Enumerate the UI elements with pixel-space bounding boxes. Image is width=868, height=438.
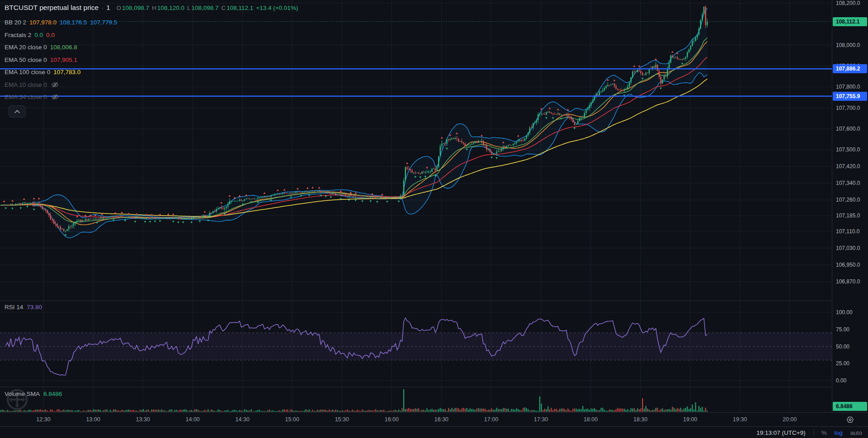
ohlc-low-key: L <box>187 5 191 11</box>
price-tick-label: 108,200.0 <box>832 0 868 7</box>
time-tick-label: 18:30 <box>633 413 647 427</box>
ohlc-close-key: C <box>222 5 226 11</box>
price-tick-label: 107,110.0 <box>832 227 868 235</box>
bottom-bar-divider <box>814 429 814 436</box>
price-tick-label: 107,700.0 <box>832 104 868 112</box>
time-tick-label: 16:00 <box>385 413 399 427</box>
price-tick-label: 107,800.0 <box>832 83 868 91</box>
legend-collapse-button[interactable] <box>9 105 26 118</box>
symbol-title-row[interactable]: BTCUSDT perpetual last price · 1 O 108,0… <box>5 4 298 16</box>
interval-separator: · <box>101 4 104 11</box>
price-tick-label: 107,185.0 <box>832 212 868 220</box>
price-tick-label: 106,870.0 <box>832 278 868 286</box>
rsi-tick-label: 100.00 <box>832 308 868 316</box>
volume-badge: 6.8486 <box>833 402 867 411</box>
time-tick-label: 17:30 <box>534 413 548 427</box>
legend-row-ema100[interactable]: EMA 100 close 0 107,783.0 <box>5 66 298 79</box>
ohlc-low-value: 108,098.7 <box>191 5 218 11</box>
time-tick-label: 15:30 <box>335 413 349 427</box>
time-tick-label: 14:30 <box>236 413 250 427</box>
price-tick-label: 107,030.0 <box>832 244 868 252</box>
price-line-badge: 107,755.9 <box>833 92 867 101</box>
visibility-off-icon[interactable] <box>51 93 59 101</box>
time-tick-label: 17:00 <box>484 413 498 427</box>
price-tick-label: 107,600.0 <box>832 125 868 133</box>
rsi-value: 73.80 <box>27 304 42 311</box>
price-change: +13.4 (+0.01%) <box>256 5 298 11</box>
legend-row-ema50[interactable]: EMA 50 close 0 107,905.1 <box>5 54 298 66</box>
legend-row-bollinger[interactable]: BB 20 2 107,978.0 108,176.5 107,779.5 <box>5 16 298 29</box>
chevron-up-icon <box>14 108 20 115</box>
ohlc-open-key: O <box>117 5 122 11</box>
price-axis[interactable]: 108,200.0108,000.0107,900.0107,800.0107,… <box>832 0 868 426</box>
rsi-tick-label: 50.00 <box>832 343 868 351</box>
rsi-tick-label: 25.00 <box>832 359 868 367</box>
rsi-tick-label: 75.00 <box>832 325 868 334</box>
ohlc-open-value: 108,098.7 <box>122 5 149 11</box>
gear-icon[interactable] <box>846 416 854 425</box>
legend: BTCUSDT perpetual last price · 1 O 108,0… <box>5 4 298 104</box>
time-tick-label: 16:30 <box>434 413 448 427</box>
time-tick-label: 12:30 <box>36 413 50 427</box>
log-scale-button[interactable]: log <box>835 429 843 436</box>
time-tick-label: 18:00 <box>584 413 598 427</box>
time-tick-label: 13:30 <box>136 413 150 427</box>
time-tick-label: 20:00 <box>783 413 797 427</box>
legend-row-ema10[interactable]: EMA 10 close 0 <box>5 79 298 91</box>
legend-row-fractals[interactable]: Fractals 2 0.0 0.0 <box>5 29 298 42</box>
price-line-badge: 107,886.2 <box>833 64 867 73</box>
time-tick-label: 15:00 <box>285 413 299 427</box>
price-tick-label: 108,000.0 <box>832 41 868 49</box>
rsi-pane-label[interactable]: RSI 14 73.80 <box>5 304 42 311</box>
volume-pane-label[interactable]: Volume SMA 6.8486 <box>5 391 62 397</box>
session-clock[interactable]: 19:13:07 (UTC+9) <box>756 429 805 436</box>
percent-scale-button[interactable]: % <box>821 429 827 436</box>
price-tick-label: 107,260.0 <box>832 196 868 204</box>
legend-row-ema34[interactable]: EMA 34 close 0 <box>5 91 298 104</box>
time-axis[interactable]: 12:3013:0013:3014:0014:3015:0015:3016:00… <box>0 412 868 427</box>
ohlc-high-value: 108,120.0 <box>157 5 184 11</box>
legend-row-ema20[interactable]: EMA 20 close 0 108,006.8 <box>5 41 298 54</box>
price-tick-label: 107,500.0 <box>832 146 868 154</box>
price-tick-label: 107,420.0 <box>832 162 868 170</box>
bottom-status-bar: 19:13:07 (UTC+9) % log auto <box>0 426 868 438</box>
auto-scale-button[interactable]: auto <box>850 429 862 436</box>
interval-label[interactable]: 1 <box>106 4 110 11</box>
trading-chart-app: BTCUSDT perpetual last price · 1 O 108,0… <box>0 0 868 438</box>
ohlc-high-key: H <box>152 5 156 11</box>
symbol-title[interactable]: BTCUSDT perpetual last price <box>5 4 99 12</box>
rsi-tick-label: 0.00 <box>832 377 868 385</box>
time-tick-label: 19:30 <box>733 413 747 427</box>
price-tick-label: 107,340.0 <box>832 179 868 187</box>
last-price-badge: 108,112.1 <box>833 17 867 26</box>
time-tick-label: 13:00 <box>86 413 100 427</box>
time-tick-label: 14:00 <box>186 413 200 427</box>
visibility-off-icon[interactable] <box>51 81 59 89</box>
ohlc-close-value: 108,112.1 <box>226 5 253 11</box>
price-tick-label: 106,950.0 <box>832 261 868 269</box>
time-tick-label: 19:00 <box>683 413 697 427</box>
volume-sma-value: 6.8486 <box>43 391 62 397</box>
